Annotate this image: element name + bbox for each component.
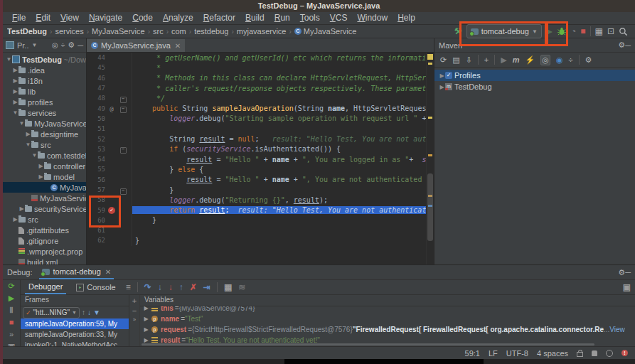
run-maven-build-icon[interactable]: ▶ bbox=[501, 55, 506, 65]
editor-gutter[interactable]: 54 bbox=[87, 154, 132, 164]
editor-gutter[interactable]: 49@− bbox=[87, 103, 132, 113]
stop-button[interactable]: ■ bbox=[580, 26, 585, 37]
maven-item-testdebug[interactable]: ▶mTestDebug bbox=[434, 81, 635, 92]
tree-expander-icon[interactable]: ▶ bbox=[18, 205, 25, 212]
code-line-54[interactable]: 54 result = "Hello " + name + ", You are… bbox=[87, 154, 427, 164]
caret-position[interactable]: 59:1 bbox=[465, 349, 480, 358]
variable-row-request[interactable]: ▶prequest= {StrictHttpFirewall$StrictFir… bbox=[140, 324, 635, 335]
code-line-61[interactable]: 61 bbox=[87, 225, 427, 235]
editor-gutter[interactable]: 47 bbox=[87, 83, 132, 93]
tree-expander-icon[interactable]: ▶ bbox=[25, 131, 31, 137]
tree-expander-icon[interactable]: ▶ bbox=[143, 316, 149, 322]
rerun-icon[interactable]: ⟳ bbox=[8, 282, 14, 291]
frame-row[interactable]: sampleJavaOperation:59, My bbox=[21, 318, 129, 329]
step-into-icon[interactable]: ↓ bbox=[158, 282, 162, 292]
menu-edit[interactable]: Edit bbox=[31, 12, 55, 24]
code-line-50[interactable]: 50 logger.debug("Starting sample operati… bbox=[87, 114, 427, 124]
menu-tools[interactable]: Tools bbox=[295, 12, 325, 24]
hide-panel-icon[interactable]: ─ bbox=[78, 41, 83, 50]
menu-build[interactable]: Build bbox=[240, 12, 270, 24]
editor-scrollbar[interactable] bbox=[426, 53, 434, 264]
gear-icon[interactable]: ⚙ bbox=[618, 268, 625, 277]
tree-expander-icon[interactable]: ▶ bbox=[12, 67, 18, 73]
terminal-icon[interactable]: ⊡ bbox=[607, 26, 614, 37]
breadcrumb-item[interactable]: MyJavaService bbox=[304, 27, 357, 36]
menu-navigate[interactable]: Navigate bbox=[84, 12, 127, 24]
background-tasks-icon[interactable] bbox=[606, 350, 613, 357]
editor-gutter[interactable]: 45 bbox=[87, 63, 132, 73]
tree-item-controller[interactable]: ▶controller bbox=[3, 161, 86, 171]
coverage-button[interactable]: ◔ bbox=[571, 26, 576, 37]
tree-expander-icon[interactable]: ▶ bbox=[143, 337, 149, 343]
scrollbar-thumb[interactable] bbox=[427, 173, 433, 241]
tree-expander-icon[interactable]: ▶ bbox=[143, 306, 149, 311]
tree-item-lib[interactable]: ▶lib bbox=[3, 86, 86, 97]
breadcrumb-item[interactable]: com bbox=[171, 27, 186, 36]
add-watch-icon[interactable]: + bbox=[132, 296, 137, 305]
menu-view[interactable]: View bbox=[55, 12, 84, 24]
variable-row-name[interactable]: ▶pname= "Test" bbox=[140, 314, 635, 324]
breadcrumb-item[interactable]: TestDebug bbox=[7, 27, 47, 36]
readonly-lock-icon[interactable] bbox=[577, 352, 583, 357]
view-link[interactable]: View bbox=[609, 326, 625, 333]
editor-gutter[interactable]: 48− bbox=[87, 93, 132, 103]
reimport-icon[interactable]: ⟳ bbox=[440, 55, 447, 65]
tree-expander-icon[interactable]: ▶ bbox=[143, 326, 149, 333]
tree-expander-icon[interactable]: ▶ bbox=[38, 173, 44, 180]
locate-icon[interactable]: ◎ bbox=[52, 40, 58, 51]
close-icon[interactable]: ✕ bbox=[175, 42, 181, 50]
restore-layout-icon[interactable]: ▣ bbox=[623, 282, 631, 292]
annotation-icon[interactable]: @ bbox=[105, 105, 118, 112]
remove-watch-icon[interactable]: − bbox=[132, 306, 137, 315]
frame-row[interactable]: sampleJavaOperation:33, My bbox=[21, 329, 129, 340]
editor-gutter[interactable]: 51 bbox=[87, 124, 132, 134]
search-everywhere-icon[interactable] bbox=[619, 27, 628, 36]
tree-item-services[interactable]: ▼services bbox=[3, 107, 86, 118]
code-editor[interactable]: 44 * getUserName() and getUserId() etc w… bbox=[87, 53, 427, 264]
tree-expander-icon[interactable]: ▼ bbox=[18, 120, 25, 127]
breadcrumb-item[interactable]: MyJavaService bbox=[92, 27, 145, 36]
editor-gutter[interactable]: 59✓ bbox=[87, 205, 132, 215]
tree-expander-icon[interactable]: ▶ bbox=[439, 73, 445, 79]
breakpoint-icon[interactable]: ✓ bbox=[105, 206, 118, 214]
variable-row-result[interactable]: ▶result= "Hello Test, You are not authen… bbox=[140, 335, 635, 343]
threads-view-icon[interactable]: ≋ bbox=[238, 282, 245, 292]
code-line-57[interactable]: 57− } bbox=[87, 185, 427, 195]
tree-item-buildxml[interactable]: build.xml bbox=[3, 257, 86, 264]
editor-gutter[interactable]: 53− bbox=[87, 144, 132, 154]
run-button[interactable]: ▶ bbox=[546, 26, 553, 37]
frame-up-icon[interactable]: ↑ bbox=[82, 309, 85, 316]
project-panel-title[interactable]: Pr.. bbox=[17, 41, 29, 50]
hide-panel-icon[interactable]: ─ bbox=[625, 268, 631, 277]
menu-window[interactable]: Window bbox=[352, 12, 393, 24]
code-line-47[interactable]: 47 * caller's request/response objects r… bbox=[87, 83, 427, 93]
tree-item-myjavaservice[interactable]: CMyJavaService bbox=[3, 182, 86, 193]
code-line-59[interactable]: 59✓ return result; result: "Hello Test, … bbox=[87, 205, 427, 215]
code-line-58[interactable]: 58 logger.debug("Returning {}", result); bbox=[87, 195, 427, 205]
step-over-icon[interactable]: ↷ bbox=[144, 282, 151, 292]
thread-dropdown[interactable]: ✓ "htt...NING" ▼ bbox=[23, 307, 80, 318]
code-line-55[interactable]: 55 } else { bbox=[87, 164, 427, 174]
tree-item-gitattributes[interactable]: .gitattributes bbox=[3, 225, 86, 235]
tree-item-src[interactable]: ▼src bbox=[3, 139, 86, 150]
tree-item-idea[interactable]: ▶.idea bbox=[3, 65, 86, 75]
execute-goal-icon[interactable]: m bbox=[513, 55, 520, 64]
code-line-48[interactable]: 48− */ bbox=[87, 93, 427, 103]
tree-item-comtestdebug[interactable]: ▼com.testdebug bbox=[3, 150, 86, 161]
tab-debugger[interactable]: Debugger bbox=[25, 280, 66, 294]
generate-sources-icon[interactable]: ▤ bbox=[452, 55, 459, 65]
gear-icon[interactable]: ⚙ bbox=[618, 41, 625, 50]
editor-gutter[interactable]: 52 bbox=[87, 134, 132, 144]
code-line-46[interactable]: 46 * Methods in this class can declare H… bbox=[87, 73, 427, 83]
editor-gutter[interactable]: 58 bbox=[87, 195, 132, 205]
tree-item-i18n[interactable]: ▶i18n bbox=[3, 75, 86, 86]
tab-console[interactable]: ▸ Console bbox=[73, 280, 119, 294]
tree-item-testdebug[interactable]: ▼TestDebug~/Dow bbox=[3, 54, 86, 65]
tree-expander-icon[interactable]: ▶ bbox=[12, 216, 18, 223]
tree-expander-icon[interactable]: ▶ bbox=[12, 88, 18, 95]
breadcrumb-item[interactable]: src bbox=[153, 27, 164, 36]
editor-tab[interactable]: C MyJavaService.java ✕ bbox=[87, 39, 185, 52]
editor-gutter[interactable]: 57− bbox=[87, 185, 132, 195]
step-out-icon[interactable]: ↑ bbox=[179, 282, 183, 292]
menu-refactor[interactable]: Refactor bbox=[198, 12, 240, 24]
